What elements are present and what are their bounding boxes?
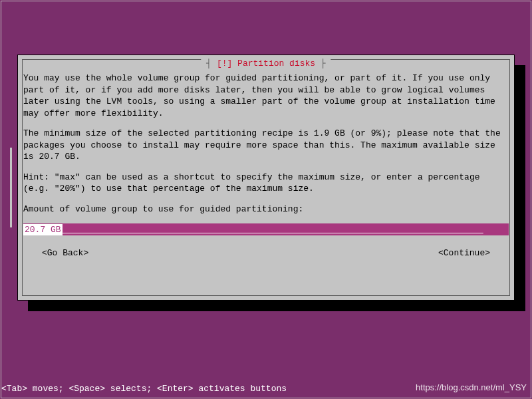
input-value-selected: 20.7 GB (23, 224, 63, 236)
input-prompt: Amount of volume group to use for guided… (23, 203, 509, 215)
continue-button[interactable]: <Continue> (438, 247, 490, 259)
title-bracket-right: ├ (321, 59, 326, 68)
dialog-content: You may use the whole volume group for g… (23, 72, 509, 295)
dialog-title: ┤ [!] Partition disks ├ (201, 59, 331, 68)
title-marker: [!] (217, 59, 232, 68)
background-decoration (10, 148, 12, 227)
info-paragraph-2: The minimum size of the selected partiti… (23, 128, 509, 163)
volume-size-input[interactable]: 20.7 GB ________________________________… (23, 223, 509, 235)
title-bracket-left: ┤ (206, 59, 217, 68)
keyboard-hint: <Tab> moves; <Space> selects; <Enter> ac… (1, 384, 287, 394)
title-text: Partition disks (232, 59, 321, 68)
info-paragraph-1: You may use the whole volume group for g… (23, 72, 509, 119)
button-row: <Go Back> <Continue> (23, 247, 509, 259)
info-paragraph-3: Hint: "max" can be used as a shortcut to… (23, 172, 509, 195)
watermark-text: https://blog.csdn.net/ml_YSY (416, 382, 527, 392)
partition-dialog: ┤ [!] Partition disks ├ You may use the … (17, 55, 515, 301)
input-underline: ________________________________________… (63, 224, 509, 236)
go-back-button[interactable]: <Go Back> (42, 247, 88, 259)
